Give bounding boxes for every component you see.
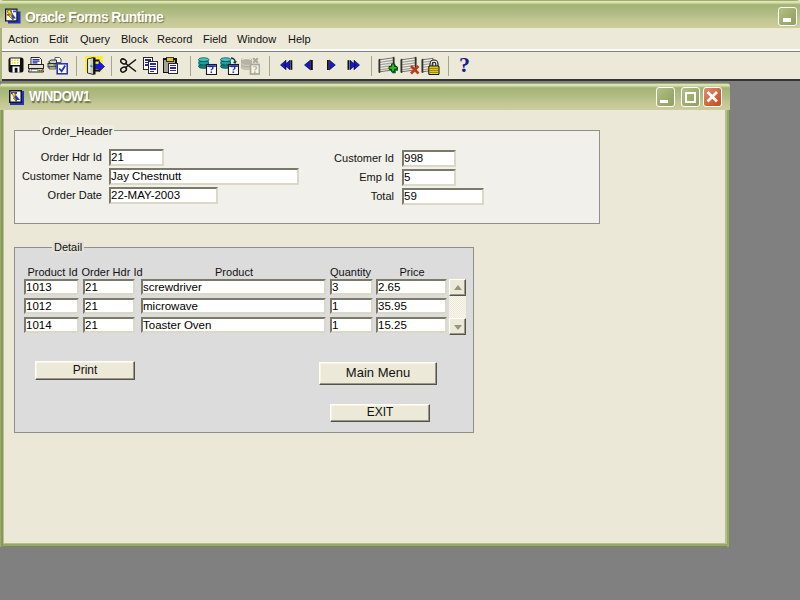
- svg-text:?: ?: [231, 64, 236, 75]
- svg-text:?: ?: [253, 65, 258, 75]
- svg-text:?: ?: [209, 64, 214, 75]
